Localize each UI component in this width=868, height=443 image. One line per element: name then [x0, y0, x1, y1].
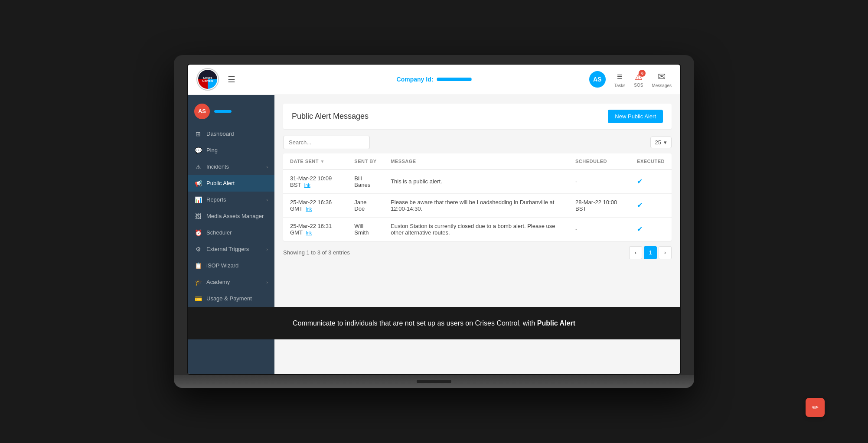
col-executed: EXECUTED: [630, 153, 672, 169]
sidebar-avatar: AS: [194, 104, 210, 119]
sidebar-item-usage-payment[interactable]: 💳 Usage & Payment: [188, 290, 274, 307]
sidebar-item-reports[interactable]: 📊 Reports ›: [188, 192, 274, 208]
per-page-select[interactable]: 25 ▾: [650, 137, 672, 148]
sidebar-item-academy[interactable]: 🎓 Academy ›: [188, 274, 274, 290]
table-footer: Showing 1 to 3 of 3 entries ‹ 1 ›: [283, 246, 672, 259]
sidebar-item-scheduler[interactable]: ⏰ Scheduler: [188, 225, 274, 241]
screen: Crises Control ☰ Company Id: AS ≡: [187, 64, 681, 375]
cell-date-sent-2: 25-Mar-22 16:31 GMT lnk: [283, 217, 347, 241]
laptop-base: [174, 375, 694, 388]
table-header-row: DATE SENT ▼ SENT BY MESSAGE SCHEDULED EX…: [283, 153, 672, 169]
cell-scheduled-2: -: [568, 217, 630, 241]
hamburger-icon[interactable]: ☰: [228, 74, 235, 85]
laptop-frame: Crises Control ☰ Company Id: AS ≡: [174, 55, 694, 388]
cell-executed-2: ✔: [630, 217, 672, 241]
ping-icon: 💬: [194, 147, 202, 154]
sidebar-username: [214, 110, 232, 113]
sidebar-item-label: Dashboard: [206, 130, 234, 137]
user-initials: AS: [593, 76, 601, 83]
media-assets-icon: 🖼: [194, 213, 202, 220]
col-sent-by: SENT BY: [347, 153, 384, 169]
col-message: MESSAGE: [384, 153, 568, 169]
table-row: 25-Mar-22 16:31 GMT lnk Will Smith Eusto…: [283, 217, 672, 241]
sidebar-item-label: Scheduler: [206, 229, 232, 236]
date-link-0[interactable]: lnk: [304, 182, 310, 188]
cell-executed-0: ✔: [630, 169, 672, 194]
nav-messages[interactable]: ✉ Messages: [652, 71, 672, 88]
page-title: Public Alert Messages: [292, 112, 369, 121]
pagination-page-1[interactable]: 1: [644, 246, 657, 259]
scheduler-icon: ⏰: [194, 229, 202, 236]
pagination-next[interactable]: ›: [659, 246, 672, 259]
cell-sent-by-1: Jane Doe: [347, 193, 384, 217]
sidebar-item-external-triggers[interactable]: ⚙ External Triggers ›: [188, 241, 274, 257]
laptop-notch: [417, 380, 451, 383]
col-date-sent: DATE SENT ▼: [283, 153, 347, 169]
cell-date-sent-1: 25-Mar-22 16:36 GMT lnk: [283, 193, 347, 217]
nav-tasks[interactable]: ≡ Tasks: [614, 71, 626, 88]
isop-wizard-icon: 📋: [194, 262, 202, 269]
incidents-arrow: ›: [266, 164, 268, 169]
cell-date-sent-0: 31-Mar-22 10:09 BST lnk: [283, 169, 347, 194]
reports-arrow: ›: [266, 197, 268, 202]
new-public-alert-button[interactable]: New Public Alert: [608, 110, 663, 123]
tasks-label: Tasks: [614, 83, 626, 88]
user-avatar[interactable]: AS: [589, 71, 606, 88]
pagination-prev[interactable]: ‹: [629, 246, 642, 259]
date-sent-value-0: 31-Mar-22 10:09 BST: [290, 175, 332, 188]
cell-scheduled-0: -: [568, 169, 630, 194]
cell-message-0: This is a public alert.: [384, 169, 568, 194]
cell-sent-by-0: Bill Banes: [347, 169, 384, 194]
search-input[interactable]: [283, 136, 370, 149]
sos-label: SOS: [634, 83, 643, 88]
col-scheduled: SCHEDULED: [568, 153, 630, 169]
date-link-2[interactable]: lnk: [306, 230, 312, 235]
bottom-content-area: [188, 339, 680, 374]
sidebar-item-label: External Triggers: [206, 246, 249, 252]
sos-badge: 6: [639, 70, 646, 77]
sidebar-item-label: Public Alert: [206, 180, 235, 186]
sidebar-user: AS: [188, 99, 274, 126]
table-row: 25-Mar-22 16:36 GMT lnk Jane Doe Please …: [283, 193, 672, 217]
table-head: DATE SENT ▼ SENT BY MESSAGE SCHEDULED EX…: [283, 153, 672, 169]
cell-executed-1: ✔: [630, 193, 672, 217]
logo-inner: Crises Control: [198, 70, 217, 89]
content-area: Public Alert Messages New Public Alert 2…: [274, 95, 680, 307]
scheduled-value-2: -: [575, 226, 577, 232]
sidebar-nav: ⊞ Dashboard 💬 Ping ⚠ Incidents › 📢 P: [188, 126, 274, 307]
date-link-1[interactable]: lnk: [306, 206, 312, 212]
fab-button[interactable]: ✏: [806, 398, 825, 417]
usage-payment-icon: 💳: [194, 295, 202, 302]
nav-user[interactable]: AS: [589, 71, 606, 88]
sidebar-item-label: Usage & Payment: [206, 295, 252, 302]
top-navbar: Crises Control ☰ Company Id: AS ≡: [188, 65, 680, 95]
sidebar-item-label: Academy: [206, 279, 230, 285]
sidebar-item-ping[interactable]: 💬 Ping: [188, 142, 274, 159]
incidents-icon: ⚠: [194, 163, 202, 170]
sort-icon[interactable]: ▼: [320, 159, 325, 164]
academy-icon: 🎓: [194, 279, 202, 286]
academy-arrow: ›: [266, 280, 268, 285]
sidebar-item-isop-wizard[interactable]: 📋 iSOP Wizard: [188, 257, 274, 274]
company-id-value: [437, 78, 471, 81]
fab-icon: ✏: [812, 403, 819, 412]
sidebar-item-public-alert[interactable]: 📢 Public Alert: [188, 175, 274, 192]
sidebar-item-incidents[interactable]: ⚠ Incidents ›: [188, 159, 274, 175]
cell-scheduled-1: 28-Mar-22 10:00 BST: [568, 193, 630, 217]
sidebar-user-initials: AS: [198, 108, 206, 114]
external-triggers-icon: ⚙: [194, 246, 202, 253]
sidebar-item-label: Incidents: [206, 163, 229, 170]
external-triggers-arrow: ›: [266, 247, 268, 252]
nav-sos[interactable]: ⚠ 6 SOS: [634, 72, 643, 88]
executed-check-1: ✔: [637, 202, 643, 209]
sidebar-item-media-assets[interactable]: 🖼 Media Assets Manager: [188, 208, 274, 225]
sidebar-item-label: Reports: [206, 196, 226, 203]
company-id-area: Company Id:: [397, 76, 472, 83]
table-controls: 25 ▾: [283, 136, 672, 149]
dashboard-icon: ⊞: [194, 130, 202, 137]
table-body: 31-Mar-22 10:09 BST lnk Bill Banes This …: [283, 169, 672, 241]
alerts-table: DATE SENT ▼ SENT BY MESSAGE SCHEDULED EX…: [283, 153, 672, 241]
tasks-icon: ≡: [617, 71, 623, 82]
showing-entries-text: Showing 1 to 3 of 3 entries: [283, 249, 350, 256]
sidebar-item-dashboard[interactable]: ⊞ Dashboard: [188, 126, 274, 142]
